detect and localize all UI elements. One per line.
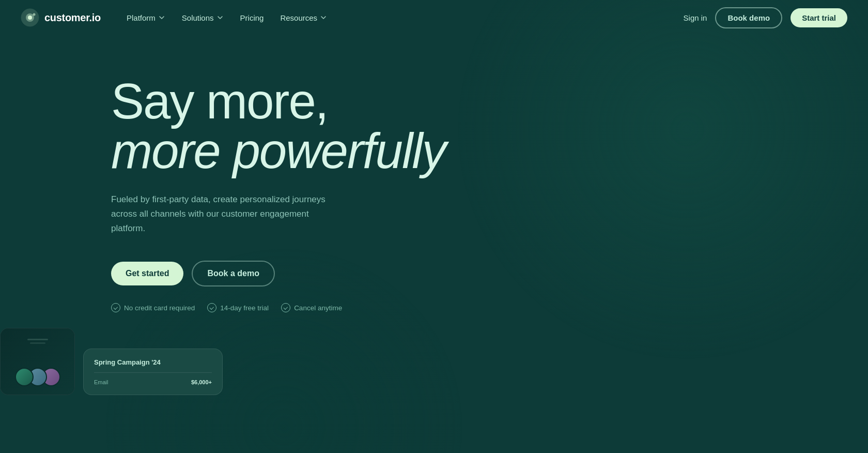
nav-start-trial-button[interactable]: Start trial: [791, 8, 847, 27]
hero-cta: Get started Book a demo: [111, 261, 847, 286]
hero-title: Say more, more powerfully: [111, 77, 555, 176]
nav-left: customer.io Platform Solutions Pricing R…: [21, 8, 334, 27]
hero-subtitle: Fueled by first-party data, create perso…: [111, 192, 328, 236]
hero-section: Say more, more powerfully Fueled by firs…: [0, 35, 868, 343]
chevron-down-icon: [158, 14, 165, 21]
chevron-down-icon: [320, 14, 327, 21]
preview-card-dark: [0, 328, 75, 395]
logo-icon: [21, 8, 39, 27]
check-icon: [111, 303, 120, 312]
nav-solutions[interactable]: Solutions: [175, 9, 231, 26]
nav-platform[interactable]: Platform: [119, 9, 173, 26]
perk-free-trial: 14-day free trial: [207, 303, 269, 312]
card-divider: [94, 372, 212, 373]
nav-pricing[interactable]: Pricing: [233, 9, 271, 26]
preview-card-campaign: Spring Campaign '24 Email $6,000+: [83, 349, 223, 395]
logo-text: customer.io: [44, 12, 101, 24]
nav-book-demo-button[interactable]: Book demo: [715, 7, 782, 28]
check-icon: [207, 303, 216, 312]
svg-point-3: [33, 13, 36, 16]
preview-area: Spring Campaign '24 Email $6,000+: [0, 328, 223, 395]
nav-right: Sign in Book demo Start trial: [684, 7, 847, 28]
chevron-down-icon: [216, 14, 224, 21]
get-started-button[interactable]: Get started: [111, 262, 183, 285]
sign-in-link[interactable]: Sign in: [684, 13, 707, 22]
logo[interactable]: customer.io: [21, 8, 101, 27]
nav-links: Platform Solutions Pricing Resources: [119, 9, 334, 26]
main-nav: customer.io Platform Solutions Pricing R…: [0, 0, 868, 35]
hero-perks: No credit card required 14-day free tria…: [111, 303, 847, 312]
perk-cancel-anytime: Cancel anytime: [281, 303, 342, 312]
avatar: [15, 368, 34, 386]
nav-resources[interactable]: Resources: [273, 9, 334, 26]
perk-no-credit-card: No credit card required: [111, 303, 195, 312]
card-row: Email $6,000+: [94, 379, 212, 385]
svg-point-2: [28, 16, 32, 20]
book-demo-hero-button[interactable]: Book a demo: [192, 261, 274, 286]
check-icon: [281, 303, 290, 312]
